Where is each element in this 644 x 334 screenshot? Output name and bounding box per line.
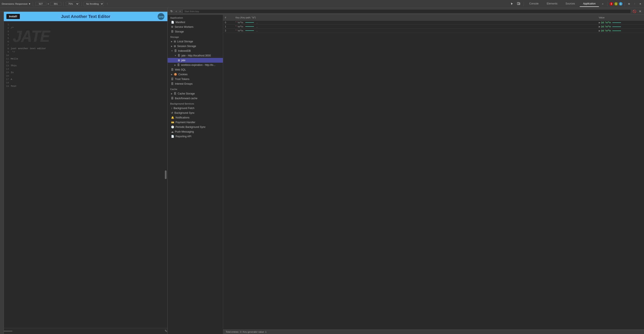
push-messaging-label: Push Messaging <box>175 130 194 133</box>
sidebar-item-storage[interactable]: 🗄 Storage <box>168 29 223 34</box>
sidebar-item-service-workers[interactable]: ⚙ Service Workers <box>168 25 223 29</box>
sidebar-item-payment-handler[interactable]: 💳 Payment Handler <box>168 120 223 125</box>
dimension-x: × <box>48 3 49 5</box>
cache-storage-label: Cache Storage <box>178 92 195 95</box>
cookies-label: Cookies <box>178 73 188 76</box>
sidebar-item-web-sql[interactable]: 🗄 Web SQL <box>168 67 223 72</box>
sidebar-item-session-storage[interactable]: ▶ ⊞ Session Storage <box>168 44 223 49</box>
indexed-db-icon: 🗄 <box>174 49 177 52</box>
status-bar: Total entries: 3 | Key generator value: … <box>223 329 644 334</box>
cell-value-0: ▶ {id: '\n/*\n <box>597 21 644 24</box>
sidebar-item-indexed-db[interactable]: ▼ 🗄 IndexedDB <box>168 49 223 53</box>
sidebar-item-notifications[interactable]: 🔔 Notifications <box>168 115 223 120</box>
devtools-more-btn[interactable]: ⋮ <box>632 2 637 6</box>
next-btn[interactable]: › <box>178 9 182 14</box>
sidebar-item-manifest[interactable]: 📄 Manifest <box>168 20 223 25</box>
jate-label: jate <box>181 59 185 62</box>
sidebar-item-jate[interactable]: ⊞ jate <box>168 58 223 63</box>
bg-fetch-icon: ↕ <box>171 107 172 110</box>
top-toolbar: Dimensions: Responsive ▼ × 75%100%50% No… <box>0 0 644 8</box>
more-options-btn[interactable]: ⋮ <box>105 2 110 6</box>
device-toggle-btn[interactable] <box>516 2 522 6</box>
sidebar-item-push-messaging[interactable]: ☁ Push Messaging <box>168 129 223 134</box>
cell-hash-0: 0 <box>223 21 234 24</box>
editor-line: 6 <box>5 40 166 43</box>
svg-text:JATE: JATE <box>158 16 164 18</box>
close-key-btn[interactable]: ✕ <box>638 9 642 14</box>
workbox-icon: 🗄 <box>177 64 180 67</box>
sidebar-item-trust-tokens[interactable]: 🗄 Trust Tokens <box>168 77 223 81</box>
install-button[interactable]: Install! <box>6 14 20 19</box>
tab-more[interactable]: » <box>600 1 605 7</box>
editor-line: 10 <box>5 54 166 57</box>
sidebar-item-jate-db[interactable]: ▼ 🗄 jate - http://localhost:3000 <box>168 53 223 58</box>
app-main: Install! Just Another Text Editor JATE J… <box>4 12 168 334</box>
expand-2: ▶ <box>599 30 600 32</box>
divider-badges <box>607 2 608 6</box>
refresh-btn[interactable]: ↻ <box>169 9 174 14</box>
interest-groups-icon: 🗄 <box>171 82 174 85</box>
start-from-key-input[interactable] <box>182 9 631 14</box>
sidebar-item-cookies[interactable]: ▶ 🍪 Cookies <box>168 72 223 77</box>
sidebar-item-back-forward-cache[interactable]: 🗄 Back/forward cache <box>168 96 223 101</box>
clear-key-btn[interactable]: 🚫 <box>632 9 637 14</box>
dimensions-arrow: ▼ <box>28 3 31 5</box>
dimensions-group: Dimensions: Responsive ▼ <box>2 3 31 5</box>
settings-btn[interactable]: ⚙ <box>627 2 631 6</box>
svg-rect-1 <box>519 3 520 5</box>
prev-btn[interactable]: ‹ <box>175 9 178 14</box>
jate-editor[interactable]: JATE 1 2/* 3 4 5 6 7 8just another text … <box>4 21 168 328</box>
width-input[interactable] <box>35 2 46 6</box>
more-0: ... <box>256 21 258 24</box>
pointer-tool-btn[interactable] <box>509 2 514 6</box>
sidebar-item-background-sync[interactable]: ↺ Background Sync <box>168 111 223 115</box>
editor-line: 8just another text editor <box>5 47 166 50</box>
reporting-api-label: Reporting API <box>176 135 191 138</box>
val-line-0 <box>612 23 621 23</box>
editor-line: 9 */ <box>5 50 166 54</box>
more-1: ... <box>256 25 258 28</box>
service-workers-icon: ⚙ <box>171 26 174 29</box>
key-string-1: " <box>236 25 236 28</box>
cookies-icon: 🍪 <box>174 73 177 76</box>
divider-3 <box>81 2 82 6</box>
height-input[interactable] <box>50 2 61 6</box>
sidebar-item-local-storage[interactable]: ▶ ⊞ Local Storage <box>168 39 223 44</box>
push-messaging-icon: ☁ <box>171 130 174 133</box>
cell-key-1: "\n/*\n ... <box>234 25 597 29</box>
sidebar-item-background-fetch[interactable]: ↕ Background Fetch <box>168 106 223 111</box>
editor-line: 14 <box>5 67 166 71</box>
sidebar-item-workbox[interactable]: ▶ 🗄 workbox-expiration - http://lo... <box>168 63 223 67</box>
throttle-select[interactable]: No throttling <box>84 2 104 6</box>
editor-line: 15Is <box>5 71 166 74</box>
arrow-cache-storage: ▶ <box>171 93 172 95</box>
table-row[interactable]: 2 "\n/*\n ... ▶ {id: '\n/*\n <box>223 29 644 33</box>
sidebar-item-interest-groups[interactable]: 🗄 Interest Groups <box>168 81 223 86</box>
table-row[interactable]: 1 "\n/*\n ... ▶ {id: '\n/*\n <box>223 25 644 29</box>
edit-icon-button[interactable]: ✎ <box>165 329 168 333</box>
arrow-local-storage: ▶ <box>171 40 172 43</box>
interest-groups-label: Interest Groups <box>175 82 192 85</box>
storage-icon: 🗄 <box>171 30 174 33</box>
tab-console[interactable]: Console <box>526 1 542 7</box>
storage-label: Storage <box>175 30 184 33</box>
close-devtools-btn[interactable]: ✕ <box>638 2 642 6</box>
message-badge: 1 <box>619 2 622 6</box>
sidebar-item-periodic-bg-sync[interactable]: 🕐 Periodic Background Sync <box>168 125 223 129</box>
tab-application[interactable]: Application <box>580 1 599 7</box>
val-line-2 <box>612 31 621 31</box>
scroll-handle[interactable] <box>165 171 166 179</box>
tab-sources[interactable]: Sources <box>562 1 578 7</box>
key-string-2: " <box>236 29 236 32</box>
tab-elements[interactable]: Elements <box>544 1 561 7</box>
ruler-horizontal <box>0 8 168 12</box>
payment-handler-label: Payment Handler <box>176 121 196 124</box>
zoom-select[interactable]: 75%100%50% <box>66 2 79 6</box>
editor-line: 12 <box>5 61 166 64</box>
sidebar-item-cache-storage[interactable]: ▶ 🗄 Cache Storage <box>168 91 223 96</box>
editor-line: 3 <box>5 30 166 33</box>
sidebar-item-reporting-api[interactable]: 📄 Reporting API <box>168 134 223 139</box>
web-sql-icon: 🗄 <box>171 68 174 71</box>
table-row[interactable]: 0 "\n/*\n ... ▶ {id: '\n/*\n <box>223 21 644 25</box>
warning-badge: 1 <box>614 2 618 6</box>
